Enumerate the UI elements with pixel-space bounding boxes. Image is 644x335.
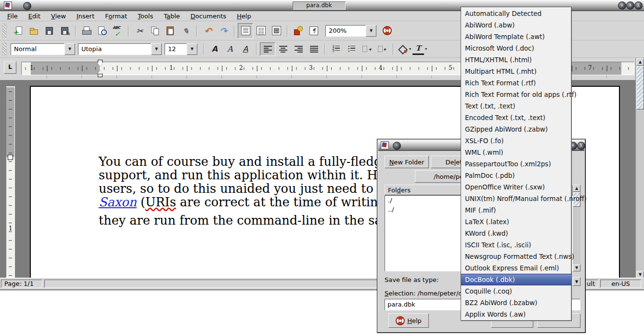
format-option[interactable]: LaTeX (.latex) bbox=[461, 216, 571, 228]
vertical-scrollbar[interactable]: ▲ ▼ bbox=[635, 58, 644, 279]
format-option[interactable]: BZ2 AbiWord (.bzabw) bbox=[461, 297, 571, 308]
maximize-button[interactable]: ∧ bbox=[626, 1, 634, 10]
spellcheck-button[interactable] bbox=[110, 23, 125, 39]
insert-symbol-button[interactable] bbox=[291, 23, 306, 39]
style-dropdown-arrow[interactable] bbox=[64, 43, 75, 55]
size-value[interactable]: 12 bbox=[165, 43, 187, 55]
style-combo[interactable]: Normal bbox=[11, 43, 75, 55]
dialog-menu-button[interactable]: – bbox=[393, 142, 401, 150]
align-right-button[interactable] bbox=[291, 42, 306, 56]
format-option[interactable]: AbiWord Template (.awt) bbox=[461, 31, 571, 42]
menu-format[interactable]: Format bbox=[100, 12, 132, 21]
font-color-button[interactable]: T▾ bbox=[412, 42, 427, 56]
paste-button[interactable] bbox=[163, 23, 178, 39]
save-button[interactable] bbox=[41, 23, 57, 39]
undo-button[interactable]: ↶ bbox=[200, 23, 216, 39]
menu-tools[interactable]: Tools bbox=[132, 12, 158, 21]
minimize-button[interactable]: ∨ bbox=[618, 1, 626, 10]
align-justify-button[interactable] bbox=[306, 42, 322, 56]
underline-button[interactable]: A bbox=[238, 42, 253, 56]
top-margin-marker[interactable] bbox=[8, 155, 13, 160]
format-option[interactable]: Automatically Detected bbox=[461, 8, 571, 19]
zoom-dropdown-arrow[interactable] bbox=[366, 25, 376, 37]
align-left-button[interactable] bbox=[260, 42, 275, 56]
open-button[interactable] bbox=[26, 23, 41, 39]
format-option[interactable]: Microsoft Word (.doc) bbox=[461, 42, 571, 54]
copy-button[interactable] bbox=[147, 23, 163, 39]
format-option[interactable]: HTML/XHTML (.html) bbox=[461, 54, 571, 66]
redo-button[interactable]: ↷ bbox=[216, 23, 231, 39]
save-as-button[interactable]: ✎ bbox=[57, 23, 72, 39]
highlight-color-button[interactable]: ▾ bbox=[397, 42, 412, 56]
size-dropdown-arrow[interactable] bbox=[187, 43, 197, 55]
toolbar-drag-handle[interactable] bbox=[2, 42, 7, 55]
format-option[interactable]: MIF (.mif) bbox=[461, 204, 571, 216]
saxon-hyperlink[interactable]: Saxon bbox=[99, 195, 137, 209]
view-grid-button[interactable] bbox=[269, 23, 284, 39]
cut-button[interactable]: ✂ bbox=[132, 23, 147, 39]
new-folder-button[interactable]: New Folder bbox=[385, 156, 429, 168]
format-option[interactable]: GZipped AbiWord (.zabw) bbox=[461, 123, 571, 135]
format-option[interactable]: Multipart HTML (.mht) bbox=[461, 66, 571, 77]
menu-edit[interactable]: Edit bbox=[23, 12, 46, 21]
highlight-color-button-arrow[interactable]: ▾ bbox=[409, 47, 411, 51]
font-combo[interactable]: Utopia bbox=[78, 43, 162, 55]
folders-scroll-up[interactable]: ▲ bbox=[573, 185, 580, 192]
format-option[interactable]: Rich Text Format for old apps (.rtf) bbox=[461, 89, 571, 100]
format-option[interactable]: PassepartoutToo (.xml2ps) bbox=[461, 158, 571, 170]
format-option[interactable]: Rich Text Format (.rtf) bbox=[461, 77, 571, 89]
print-preview-button[interactable] bbox=[94, 23, 110, 39]
help-button[interactable]: Help bbox=[388, 313, 429, 328]
decrease-indent-button[interactable] bbox=[359, 42, 374, 56]
zoom-combo[interactable]: 200% bbox=[325, 25, 376, 37]
format-option[interactable]: Outlook Express Email (.eml) bbox=[461, 262, 571, 274]
format-option[interactable]: Encoded Text (.txt, .text) bbox=[461, 112, 571, 123]
numbered-list-button[interactable] bbox=[328, 42, 344, 56]
help-button[interactable] bbox=[379, 23, 395, 39]
menu-help[interactable]: Help bbox=[232, 12, 257, 21]
format-option[interactable]: Applix Words (.aw) bbox=[461, 308, 571, 320]
align-center-button[interactable] bbox=[275, 42, 291, 56]
menu-view[interactable]: View bbox=[46, 12, 71, 21]
folders-scroll-down[interactable]: ▼ bbox=[573, 264, 580, 271]
font-color-button-arrow[interactable]: ▾ bbox=[425, 47, 427, 51]
format-option[interactable]: ISCII Text (.isc, .iscii) bbox=[461, 239, 571, 251]
bullet-list-button[interactable] bbox=[344, 42, 359, 56]
print-button[interactable] bbox=[79, 23, 94, 39]
indent-markers[interactable] bbox=[97, 60, 103, 77]
dialog-close-button[interactable]: ╳ bbox=[577, 142, 585, 150]
format-option[interactable]: PalmDoc (.pdb) bbox=[461, 170, 571, 181]
menu-table[interactable]: Table bbox=[158, 12, 185, 21]
bold-button[interactable]: A bbox=[207, 42, 222, 56]
format-option[interactable]: Coquille (.coq) bbox=[461, 285, 571, 297]
toolbar-drag-handle[interactable] bbox=[2, 24, 7, 38]
show-paragraphs-button[interactable]: ¶ bbox=[306, 23, 322, 39]
style-value[interactable]: Normal bbox=[11, 43, 64, 55]
scroll-up-button[interactable]: ▲ bbox=[636, 58, 644, 66]
file-type-dropdown-arrow[interactable]: ▼ bbox=[573, 277, 580, 286]
format-option[interactable]: WML (.wml) bbox=[461, 147, 571, 158]
close-button[interactable]: ╳ bbox=[634, 1, 643, 10]
window-menu-button[interactable]: – bbox=[23, 2, 31, 10]
zoom-value[interactable]: 200% bbox=[325, 25, 366, 37]
scrollbar-thumb[interactable] bbox=[636, 66, 644, 109]
vertical-ruler[interactable]: 1 bbox=[6, 86, 15, 278]
view-columns-button[interactable] bbox=[253, 23, 269, 39]
format-option[interactable]: XSL-FO (.fo) bbox=[461, 135, 571, 147]
format-option[interactable]: Text (.txt, .text) bbox=[461, 100, 571, 112]
stylus-button[interactable]: ✎ bbox=[178, 23, 193, 39]
font-dropdown-arrow[interactable] bbox=[151, 43, 162, 55]
italic-button[interactable]: A bbox=[222, 42, 238, 56]
format-option[interactable]: KWord (.kwd) bbox=[461, 228, 571, 239]
size-combo[interactable]: 12 bbox=[165, 43, 197, 55]
menu-documents[interactable]: Documents bbox=[185, 12, 232, 21]
format-option[interactable]: Newsgroup Formatted Text (.nws) bbox=[461, 251, 571, 262]
format-option[interactable]: OpenOffice Writer (.sxw) bbox=[461, 181, 571, 193]
new-document-button[interactable] bbox=[11, 23, 26, 39]
font-value[interactable]: Utopia bbox=[78, 43, 151, 55]
language-indicator[interactable]: en-US bbox=[600, 280, 641, 288]
menu-file[interactable]: File bbox=[2, 12, 23, 21]
format-option[interactable]: DocBook (.dbk) bbox=[461, 274, 571, 285]
format-option[interactable]: AbiWord (.abw) bbox=[461, 19, 571, 31]
increase-indent-button[interactable] bbox=[374, 42, 390, 56]
